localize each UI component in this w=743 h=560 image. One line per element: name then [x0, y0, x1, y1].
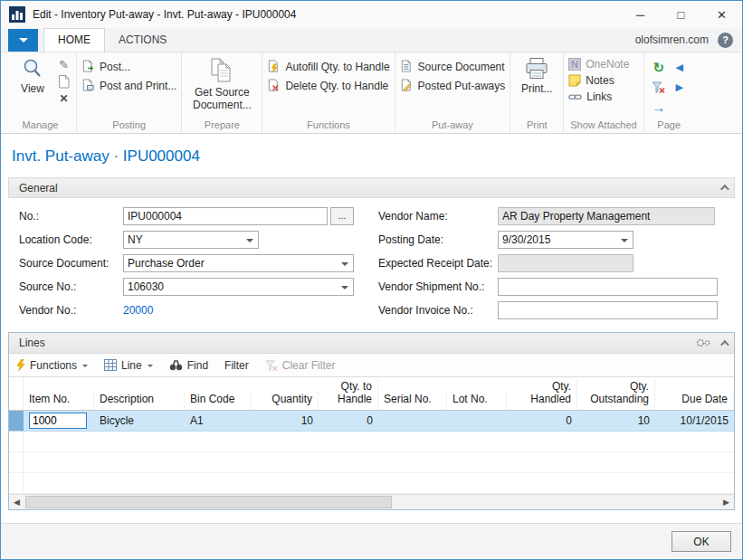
- posted-put-aways-button[interactable]: Posted Put-aways: [400, 79, 506, 92]
- close-button[interactable]: ✕: [701, 1, 742, 28]
- scroll-right-icon[interactable]: ▶: [719, 495, 734, 509]
- go-to-icon[interactable]: →: [649, 98, 669, 117]
- print-button[interactable]: Print...: [515, 54, 558, 99]
- posting-date-label: Posting Date:: [378, 233, 498, 246]
- tab-home[interactable]: HOME: [43, 28, 105, 52]
- vendor-name-label: Vendor Name:: [378, 210, 498, 223]
- source-document-button[interactable]: Source Document: [400, 60, 506, 73]
- maximize-button[interactable]: □: [661, 1, 701, 28]
- location-code-dropdown[interactable]: NY: [123, 231, 259, 249]
- lines-grid-header: Item No. Description Bin Code Quantity Q…: [9, 377, 734, 411]
- get-source-document-button[interactable]: Get Source Document...: [186, 54, 257, 115]
- post-icon: [81, 60, 95, 73]
- source-document-icon: [400, 60, 414, 73]
- new-document-icon[interactable]: [58, 75, 70, 89]
- scroll-left-icon[interactable]: ◀: [9, 495, 24, 509]
- window-title: Edit - Inventory Put-away - Invt. Put-aw…: [33, 8, 296, 21]
- vendor-no-link[interactable]: 20000: [123, 304, 153, 317]
- source-document-label: Source Document:: [19, 257, 123, 270]
- title-bar: Edit - Inventory Put-away - Invt. Put-aw…: [1, 1, 742, 28]
- vendor-shipment-no-input[interactable]: [498, 278, 718, 296]
- notes-button[interactable]: Notes: [568, 74, 629, 87]
- app-menu-button[interactable]: [8, 29, 38, 52]
- customize-gears-icon[interactable]: [695, 337, 711, 348]
- ribbon-tab-bar: HOME ACTIONS olofsimren.com ?: [1, 28, 742, 52]
- refresh-icon[interactable]: ↻: [649, 58, 669, 77]
- ok-button[interactable]: OK: [672, 531, 731, 552]
- source-no-dropdown[interactable]: 106030: [123, 278, 354, 296]
- clear-filter-icon[interactable]: [649, 78, 669, 97]
- previous-icon[interactable]: ◀: [670, 58, 690, 77]
- due-date-cell[interactable]: 10/1/2015: [655, 414, 734, 427]
- col-qty-to-handle[interactable]: Qty. to Handle: [319, 379, 378, 410]
- collapse-lines-icon[interactable]: [720, 339, 729, 348]
- general-fasttab-header[interactable]: General: [8, 177, 735, 198]
- delete-qty-button[interactable]: Delete Qty. to Handle: [267, 79, 389, 92]
- help-icon[interactable]: ?: [718, 33, 733, 48]
- horizontal-scrollbar[interactable]: ◀ ▶: [9, 494, 734, 509]
- col-quantity[interactable]: Quantity: [252, 392, 319, 410]
- quantity-cell[interactable]: 10: [252, 414, 319, 427]
- scrollbar-thumb[interactable]: [25, 496, 392, 508]
- col-serial-no[interactable]: Serial No.: [378, 392, 447, 410]
- qty-to-handle-cell[interactable]: 0: [319, 414, 378, 427]
- group-label-show-attached: Show Attached: [568, 119, 638, 132]
- links-button[interactable]: Links: [568, 90, 629, 103]
- next-icon[interactable]: ▶: [670, 78, 690, 97]
- ribbon-group-prepare: Get Source Document... Prepare: [182, 52, 262, 133]
- vendor-name-input: [498, 207, 715, 225]
- col-item-no[interactable]: Item No.: [24, 392, 94, 410]
- autofill-qty-button[interactable]: Autofill Qty. to Handle: [267, 60, 389, 73]
- item-no-cell-input[interactable]: [29, 413, 87, 429]
- clear-filter-button[interactable]: Clear Filter: [265, 359, 336, 372]
- table-empty-row[interactable]: [9, 432, 734, 452]
- col-bin-code[interactable]: Bin Code: [185, 392, 252, 410]
- col-qty-outstanding[interactable]: Qty. Outstanding: [577, 379, 655, 410]
- delete-icon[interactable]: ✕: [59, 92, 68, 105]
- lines-header-label: Lines: [19, 337, 45, 349]
- minimize-button[interactable]: ─: [620, 1, 661, 28]
- onenote-button[interactable]: N OneNote: [568, 58, 629, 71]
- col-qty-handled[interactable]: Qty. Handled: [507, 379, 577, 410]
- functions-menu-button[interactable]: Functions: [16, 359, 88, 372]
- ribbon: View ✎ ✕ Manage Post...: [1, 52, 742, 134]
- lines-fasttab-header[interactable]: Lines: [9, 333, 734, 354]
- posting-date-dropdown[interactable]: 9/30/2015: [498, 231, 633, 249]
- line-menu-button[interactable]: Line: [104, 359, 153, 372]
- tab-actions[interactable]: ACTIONS: [105, 29, 180, 52]
- no-input[interactable]: [123, 207, 328, 225]
- vendor-no-label: Vendor No.:: [19, 304, 123, 317]
- view-button[interactable]: View: [9, 54, 56, 99]
- post-and-print-button[interactable]: Post and Print...: [81, 79, 176, 92]
- qty-outstanding-cell[interactable]: 10: [577, 414, 655, 427]
- table-empty-row[interactable]: [9, 452, 734, 473]
- edit-icon[interactable]: ✎: [59, 58, 69, 71]
- vendor-shipment-no-label: Vendor Shipment No.:: [378, 280, 498, 293]
- find-button[interactable]: Find: [169, 359, 208, 372]
- source-no-label: Source No.:: [19, 280, 123, 293]
- notes-icon: [568, 74, 581, 87]
- documents-stack-icon: [208, 57, 235, 84]
- vendor-invoice-no-label: Vendor Invoice No.:: [378, 304, 498, 317]
- expected-receipt-date-input: [498, 254, 633, 272]
- row-selector[interactable]: [9, 411, 24, 431]
- col-lot-no[interactable]: Lot No.: [447, 392, 507, 410]
- col-due-date[interactable]: Due Date: [655, 392, 734, 410]
- table-empty-row[interactable]: [9, 473, 734, 494]
- filter-button[interactable]: Filter: [224, 359, 249, 372]
- assist-edit-button[interactable]: ...: [330, 207, 354, 225]
- collapse-general-icon[interactable]: [720, 185, 729, 194]
- no-label: No.:: [19, 210, 123, 223]
- ribbon-group-print: Print... Print: [510, 52, 564, 133]
- post-button[interactable]: Post...: [81, 60, 176, 73]
- description-cell[interactable]: Bicycle: [94, 414, 185, 427]
- lightning-icon: [16, 359, 25, 371]
- app-window: Edit - Inventory Put-away - Invt. Put-aw…: [0, 0, 743, 560]
- bin-code-cell[interactable]: A1: [185, 414, 252, 427]
- account-name: olofsimren.com: [635, 33, 709, 46]
- qty-handled-cell[interactable]: 0: [507, 414, 577, 427]
- source-document-dropdown[interactable]: Purchase Order: [123, 254, 354, 272]
- table-row[interactable]: Bicycle A1 10 0 0 10 10/1/2015: [9, 411, 734, 432]
- vendor-invoice-no-input[interactable]: [498, 301, 718, 319]
- col-description[interactable]: Description: [94, 392, 185, 410]
